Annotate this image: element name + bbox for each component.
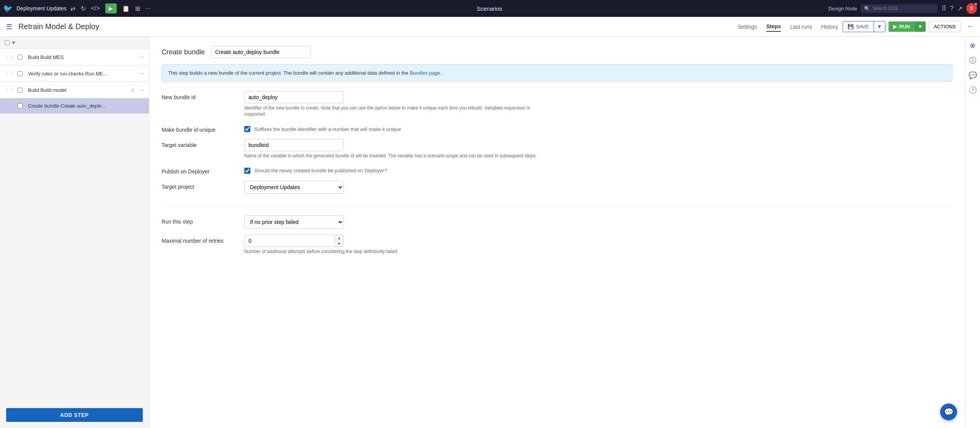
comment-icon[interactable]: 💬 [969,71,977,80]
content-header: Create bundle [162,46,952,58]
sidebar-item-menu-0[interactable]: ··· [139,54,144,60]
drag-handle-icon-1: ⋮⋮ [5,71,14,76]
save-button-group: 💾 SAVE ▼ [843,21,885,32]
divider [162,206,952,206]
help-icon[interactable]: ? [950,5,954,12]
search-input[interactable] [872,6,934,11]
doc-icon[interactable]: 📋 [122,5,130,12]
make-unique-hint: Suffixes the bundle identifier with a nu… [254,126,401,132]
make-unique-checkbox[interactable] [244,126,250,132]
search-icon: 🔍 [864,6,870,11]
sidebar-item-create-bundle[interactable]: ⋮⋮ Create bundle Create auto_deplo… [0,98,149,114]
make-unique-control: Suffixes the bundle identifier with a nu… [244,124,952,132]
info-text-suffix: . [442,70,443,76]
max-retries-label: Maximal number of retries [162,235,238,244]
save-icon: 💾 [848,24,854,29]
sidebar-item-label-1: Verify rules or run checks Run ME… [28,71,136,77]
grid-icon[interactable]: ⠿ [941,4,946,13]
new-bundle-id-row: New bundle id Identifier of the new bund… [162,91,952,118]
max-retries-input-wrap: ▲ ▼ [244,235,344,247]
add-circle-icon[interactable]: ⊕ [970,41,975,50]
new-bundle-id-input[interactable] [244,91,344,103]
run-button[interactable]: ▶ RUN [889,21,915,32]
add-step-button[interactable]: ADD STEP [6,408,143,422]
info-circle-icon[interactable]: ⓘ [969,56,976,65]
run-step-row: Run this step Always If no prior step fa… [162,216,952,229]
publish-checkbox[interactable] [244,168,250,174]
sidebar-item-menu-2[interactable]: ··· [139,87,144,93]
spinner-up-button[interactable]: ▲ [335,235,343,241]
sidebar-item-build-model[interactable]: ⋮⋮ Build Build model ⚠ ··· [0,82,149,98]
run-play-icon: ▶ [893,24,897,29]
make-unique-row: Make bundle id unique Suffixes the bundl… [162,124,952,133]
sidebar-item-checkbox-1[interactable] [18,71,23,76]
app-title: Deployment Updates [16,5,67,11]
new-bundle-id-label: New bundle id [162,91,238,100]
save-caret-button[interactable]: ▼ [874,21,885,32]
spinner-down-button[interactable]: ▼ [335,241,343,247]
notification-badge: 1 [974,2,978,6]
bundle-name-input[interactable] [211,46,310,58]
tab-history[interactable]: History [821,22,838,31]
drag-handle-icon-3: ⋮⋮ [5,103,14,109]
app-logo: 🐦 [3,4,13,13]
target-variable-input[interactable] [244,139,344,151]
topbar-right: Design Node 🔍 ⠿ ? ↗ S 1 [828,3,977,14]
sync-icon[interactable]: ↻ [81,5,86,12]
max-retries-control: ▲ ▼ Number of additional attempts before… [244,235,952,255]
code-icon[interactable]: </> [91,5,100,12]
info-text-prefix: This step builds a new bundle of the cur… [168,70,408,76]
secondbar-actions: 💾 SAVE ▼ ▶ RUN ▼ ACTIONS ← [843,21,974,32]
drag-handle-icon-2: ⋮⋮ [5,87,14,93]
new-bundle-id-hint: Identifier of the new bundle to create. … [244,105,550,118]
sidebar-footer: ADD STEP [0,402,149,428]
target-project-select[interactable]: Deployment Updates [244,181,344,194]
scenarios-label: Scenarios [477,5,502,12]
publish-hint: Should the newly created bundle be publi… [254,168,387,173]
bundles-page-link[interactable]: Bundles page [410,70,440,76]
target-variable-row: Target variable Name of the variable in … [162,139,952,159]
right-icons-panel: ⊕ ⓘ 💬 🕐 [965,37,980,428]
sidebar-item-checkbox-2[interactable] [18,88,23,93]
search-box[interactable]: 🔍 [861,4,938,13]
topbar-center: Scenarios [153,5,826,12]
more-icon[interactable]: ··· [145,5,150,12]
save-button[interactable]: 💾 SAVE [843,21,874,32]
max-retries-row: Maximal number of retries ▲ ▼ Number of … [162,235,952,255]
run-caret-button[interactable]: ▼ [915,21,926,32]
publish-row: Publish on Deployer Should the newly cre… [162,165,952,175]
sidebar-chevron-icon[interactable]: ▼ [11,40,16,46]
share-icon[interactable]: ⇄ [70,5,75,12]
clock-icon[interactable]: 🕐 [969,86,977,94]
run-button-group: ▶ RUN ▼ [889,21,926,32]
max-retries-input[interactable] [245,235,335,247]
sidebar-item-build-mes[interactable]: ⋮⋮ Build Build MES ··· [0,49,149,65]
actions-button[interactable]: ACTIONS [929,21,961,32]
menu-icon[interactable]: ☰ [6,23,12,31]
run-step-label: Run this step [162,216,238,225]
sidebar-select-all[interactable] [5,40,10,45]
target-variable-hint: Name of the variable in which the genera… [244,153,550,159]
run-step-select[interactable]: Always If no prior step failed Never [244,216,344,229]
info-box: This step builds a new bundle of the cur… [162,64,952,82]
stats-icon[interactable]: ↗ [957,5,962,12]
design-node-label: Design Node [828,6,857,11]
target-project-row: Target project Deployment Updates [162,181,952,194]
sidebar: ▼ ⋮⋮ Build Build MES ··· ⋮⋮ Verify rules… [0,37,149,428]
sidebar-item-menu-1[interactable]: ··· [139,70,144,77]
chat-button[interactable]: 💬 [940,403,957,420]
avatar[interactable]: S 1 [966,3,977,14]
back-icon[interactable]: ← [967,23,974,31]
topbar-icons: ⇄ ↻ </> ▶ 📋 ⊞ ··· [70,3,150,13]
tab-steps[interactable]: Steps [766,22,781,32]
play-button[interactable]: ▶ [105,3,117,13]
spinners: ▲ ▼ [335,235,343,247]
target-variable-control: Name of the variable in which the genera… [244,139,952,159]
sidebar-item-checkbox-3[interactable] [18,103,23,108]
tab-settings[interactable]: Settings [738,22,757,31]
sidebar-item-verify[interactable]: ⋮⋮ Verify rules or run checks Run ME… ··… [0,65,149,82]
tab-last-runs[interactable]: Last runs [790,22,812,31]
target-project-label: Target project [162,181,238,190]
table-icon[interactable]: ⊞ [135,5,140,12]
sidebar-item-checkbox-0[interactable] [18,55,23,60]
